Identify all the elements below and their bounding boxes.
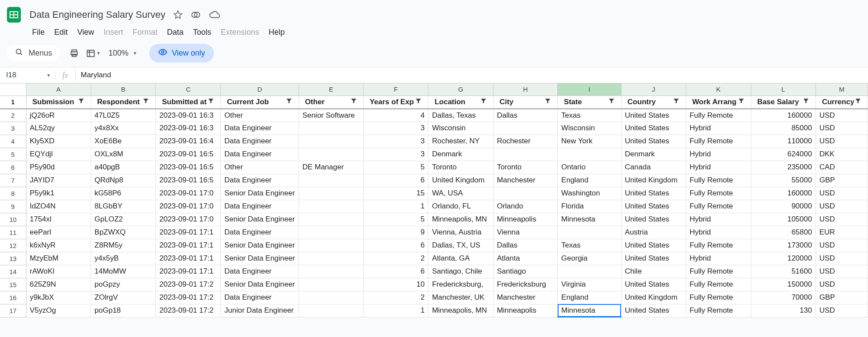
cell[interactable]: GBP — [815, 291, 868, 304]
cell[interactable]: 160000 — [751, 187, 815, 200]
column-header[interactable]: B — [91, 83, 155, 96]
cell[interactable]: 6 — [363, 239, 428, 252]
cell[interactable]: BpZWXQ — [91, 226, 155, 239]
cell[interactable]: Minneapolis — [493, 304, 557, 317]
cell[interactable]: Santiago — [493, 265, 557, 278]
column-header[interactable]: C — [156, 83, 221, 96]
cell[interactable]: Wisconsin — [558, 122, 621, 135]
filter-icon[interactable] — [544, 97, 551, 106]
cell[interactable] — [299, 291, 363, 304]
column-label-cell[interactable]: Submitted at — [156, 96, 221, 109]
column-label-cell[interactable]: Currency — [815, 96, 868, 109]
cell[interactable]: 10 — [363, 278, 428, 291]
view-only-badge[interactable]: View only — [149, 44, 214, 63]
cell[interactable]: Canada — [621, 161, 686, 174]
cell[interactable]: Senior Data Engineer — [221, 252, 299, 265]
cell[interactable]: Fully Remote — [686, 200, 751, 213]
cell[interactable]: Junior Data Engineer — [221, 304, 299, 317]
cell[interactable]: 624000 — [751, 148, 815, 161]
row-header[interactable]: 1 — [0, 96, 26, 109]
cell[interactable]: 120000 — [751, 252, 815, 265]
cell[interactable]: Atlanta, GA — [428, 252, 493, 265]
filter-icon[interactable] — [608, 97, 615, 106]
print-icon[interactable] — [67, 46, 82, 61]
cell[interactable]: 105000 — [751, 213, 815, 226]
cell[interactable]: 2023-09-01 17:0 — [156, 213, 221, 226]
cell[interactable]: Orlando — [493, 200, 557, 213]
column-header[interactable]: F — [363, 83, 428, 96]
cell[interactable] — [299, 135, 363, 148]
cell[interactable]: 2023-09-01 17:1 — [156, 265, 221, 278]
cell[interactable]: Hybrid — [686, 148, 751, 161]
row-header[interactable]: 2 — [0, 109, 26, 122]
cell[interactable]: P5y9k1 — [26, 187, 91, 200]
column-label-cell[interactable]: Years of Exp — [363, 96, 428, 109]
cell[interactable]: Fully Remote — [686, 174, 751, 187]
cell[interactable]: United States — [621, 187, 686, 200]
cell[interactable]: Data Engineer — [221, 174, 299, 187]
cell[interactable]: poGp18 — [91, 304, 155, 317]
cell[interactable]: Denmark — [621, 148, 686, 161]
cell[interactable]: 130 — [751, 304, 815, 317]
column-header[interactable]: I — [558, 83, 621, 96]
cell[interactable]: Senior Data Engineer — [221, 213, 299, 226]
cell[interactable]: Manchester, UK — [428, 291, 493, 304]
cell[interactable]: Santiago, Chile — [428, 265, 493, 278]
cell[interactable]: Data Engineer — [221, 122, 299, 135]
cell[interactable]: USD — [815, 265, 868, 278]
cell[interactable]: USD — [815, 200, 868, 213]
cell[interactable]: Georgia — [558, 252, 621, 265]
cell[interactable]: 1754xl — [26, 213, 91, 226]
cell[interactable]: Hybrid — [686, 226, 751, 239]
row-header[interactable]: 13 — [0, 252, 26, 265]
move-icon[interactable] — [191, 10, 201, 20]
cell[interactable]: Washington — [558, 187, 621, 200]
cell[interactable]: QRdNp8 — [91, 174, 155, 187]
cell[interactable]: rAWoKl — [26, 265, 91, 278]
cell[interactable]: Data Engineer — [221, 135, 299, 148]
cell[interactable]: United States — [621, 122, 686, 135]
cell[interactable]: Senior Data Engineer — [221, 278, 299, 291]
cell[interactable]: Senior Data Engineer — [221, 187, 299, 200]
column-label-cell[interactable]: State — [558, 96, 621, 109]
cell[interactable]: 55000 — [751, 174, 815, 187]
cell[interactable]: Minneapolis, MN — [428, 213, 493, 226]
cell[interactable]: Hybrid — [686, 213, 751, 226]
menu-help[interactable]: Help — [264, 25, 289, 40]
cell[interactable]: 2023-09-01 17:0 — [156, 200, 221, 213]
cell[interactable]: Denmark — [428, 148, 493, 161]
cell[interactable]: ZOlrgV — [91, 291, 155, 304]
cell[interactable]: MzyEbM — [26, 252, 91, 265]
cell[interactable]: CAD — [815, 161, 868, 174]
cell[interactable]: USD — [815, 135, 868, 148]
menu-edit[interactable]: Edit — [50, 25, 72, 40]
cell[interactable]: WA, USA — [428, 187, 493, 200]
cell[interactable]: 6 — [363, 265, 428, 278]
cell[interactable]: 2 — [363, 252, 428, 265]
cell[interactable]: USD — [815, 239, 868, 252]
cell[interactable]: poGpzy — [91, 278, 155, 291]
cell[interactable]: 235000 — [751, 161, 815, 174]
filter-icon[interactable] — [855, 97, 861, 106]
cell[interactable]: AL52qy — [26, 122, 91, 135]
menu-view[interactable]: View — [73, 25, 99, 40]
cell[interactable] — [299, 174, 363, 187]
cell[interactable]: 2023-09-01 17:1 — [156, 226, 221, 239]
cell[interactable]: 14MoMW — [91, 265, 155, 278]
filter-icon[interactable] — [673, 97, 680, 106]
cell[interactable]: P5y90d — [26, 161, 91, 174]
column-label-cell[interactable]: Respondent — [91, 96, 155, 109]
cell[interactable]: Fully Remote — [686, 109, 751, 122]
document-title[interactable]: Data Engineering Salary Survey — [28, 8, 167, 21]
cell[interactable]: Senior Software — [299, 109, 363, 122]
cell[interactable]: United States — [621, 213, 686, 226]
cell[interactable]: V5yzOg — [26, 304, 91, 317]
cell[interactable]: GpLOZ2 — [91, 213, 155, 226]
cell[interactable]: 2023-09-01 17:2 — [156, 291, 221, 304]
cell[interactable]: Manchester — [493, 174, 557, 187]
cell[interactable] — [299, 213, 363, 226]
cell[interactable]: Vienna, Austria — [428, 226, 493, 239]
row-header[interactable]: 12 — [0, 239, 26, 252]
cell[interactable]: 5 — [363, 161, 428, 174]
column-label-cell[interactable]: Country — [621, 96, 686, 109]
